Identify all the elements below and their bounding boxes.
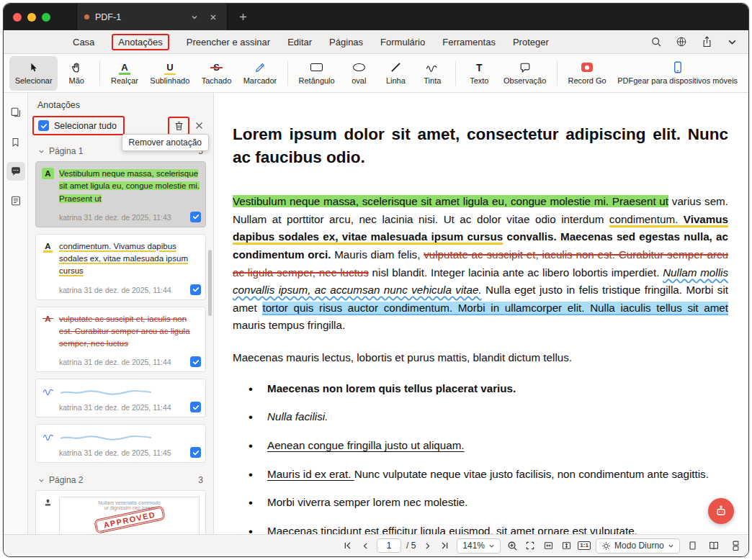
menu-item-anotacoes[interactable]: Anotações xyxy=(118,37,162,48)
tool-tinta[interactable]: Tinta xyxy=(414,56,450,91)
list-item: Morbi viverra semper lorem nec molestie. xyxy=(244,494,728,512)
stamp-thumbnail: Nullam venenatis commodo ur dignissim ne… xyxy=(59,497,200,534)
section-header-page2[interactable]: Página 2 3 xyxy=(28,469,213,490)
card-body: Vestibulum neque massa, scelerisque sit … xyxy=(59,168,200,222)
collapse-toolbar-icon[interactable] xyxy=(725,35,738,48)
text-run: Morbi viverra semper lorem nec molestie. xyxy=(267,496,468,508)
underline-icon xyxy=(166,61,174,73)
bookmark-icon[interactable] xyxy=(6,132,25,151)
tool-record-go[interactable]: Record Go xyxy=(563,56,612,91)
thumbnails-icon[interactable] xyxy=(6,103,25,122)
tab-close-icon[interactable] xyxy=(207,11,220,24)
tool-label: Marcador xyxy=(243,76,277,85)
single-page-icon[interactable] xyxy=(686,539,699,552)
strikethrough-icon xyxy=(212,61,220,73)
pdfgear-assistant-button[interactable] xyxy=(708,498,734,524)
text-run: Mauris diam felis, xyxy=(331,248,424,261)
new-tab-button[interactable] xyxy=(236,11,249,24)
tool-linha[interactable]: Linha xyxy=(377,56,413,91)
annotation-checkbox[interactable] xyxy=(190,212,201,222)
first-page-icon[interactable] xyxy=(341,539,354,552)
statusbar-controls: / 5 141% xyxy=(341,535,680,556)
fit-height-icon[interactable] xyxy=(560,539,573,552)
tool-sublinhado[interactable]: Sublinhado xyxy=(145,56,195,91)
continuous-scroll-icon[interactable] xyxy=(729,539,742,552)
document-area: Lorem ipsum dolor sit amet, consectetur … xyxy=(214,93,748,534)
annotations-list-icon[interactable] xyxy=(6,191,25,210)
tool-selecionar[interactable]: Selecionar xyxy=(9,56,58,91)
last-page-icon[interactable] xyxy=(439,539,452,552)
fit-page-icon[interactable] xyxy=(524,539,537,552)
annotation-card-ink[interactable]: katrina 31 de dez. de 2025, 11:44 xyxy=(35,379,206,417)
annotation-checkbox[interactable] xyxy=(190,356,201,367)
fit-width-icon[interactable] xyxy=(542,539,555,552)
annotation-checkbox[interactable] xyxy=(190,402,201,412)
select-all-checkbox[interactable] xyxy=(38,120,49,131)
green-highlight-run: Vestibulum neque massa, scelerisque sit … xyxy=(233,195,668,207)
underline-run: Mauris id ex erat. xyxy=(267,468,354,480)
menu-item-ferramentas[interactable]: Ferramentas xyxy=(442,37,496,48)
tool-pdfgear-mobile[interactable]: PDFgear para dispositivos móveis xyxy=(612,56,743,91)
tool-marcador[interactable]: Marcador xyxy=(238,56,282,91)
annotation-highlight-box-menu: Anotações xyxy=(112,34,169,50)
tool-label: Record Go xyxy=(568,76,606,85)
tool-texto[interactable]: Texto xyxy=(461,56,497,91)
actual-size-icon[interactable] xyxy=(578,539,591,552)
annotation-text-run: vulputate ac suscipit et, iaculis non es… xyxy=(59,315,190,348)
comments-icon[interactable] xyxy=(6,162,25,181)
tool-retangulo[interactable]: Retângulo xyxy=(293,56,340,91)
tool-label: oval xyxy=(352,76,366,85)
section-label: Página 2 xyxy=(49,475,83,485)
annotation-card-stamp[interactable]: Nullam venenatis commodo ur dignissim ne… xyxy=(35,490,206,534)
menu-item-editar[interactable]: Editar xyxy=(287,37,312,48)
tool-label: Linha xyxy=(386,76,406,85)
annotation-meta: katrina 31 de dez. de 2025, 11:44 xyxy=(59,286,200,294)
fullscreen-window-button[interactable] xyxy=(42,13,50,22)
menu-item-casa[interactable]: Casa xyxy=(73,37,94,48)
display-mode-select[interactable]: Modo Diurno xyxy=(596,538,680,554)
share-icon[interactable] xyxy=(700,35,713,48)
toolbar-separator xyxy=(99,61,100,86)
tool-tachado[interactable]: Tachado xyxy=(196,56,237,91)
page-number-input[interactable] xyxy=(377,538,401,553)
toolbar-separator xyxy=(455,61,456,86)
tool-mao[interactable]: Mão xyxy=(58,56,94,91)
minimize-window-button[interactable] xyxy=(27,13,36,22)
annotation-checkbox[interactable] xyxy=(190,284,201,295)
next-page-icon[interactable] xyxy=(421,539,434,552)
book-view-icon[interactable] xyxy=(707,539,720,552)
tab-dropdown-icon[interactable] xyxy=(188,11,201,24)
delete-annotation-button[interactable] xyxy=(172,119,185,132)
panel-scrollbar[interactable] xyxy=(208,250,212,316)
annotation-meta: katrina 31 de dez. de 2025, 11:45 xyxy=(59,448,200,457)
menu-item-paginas[interactable]: Páginas xyxy=(329,37,363,48)
annotation-card-ink[interactable]: katrina 31 de dez. de 2025, 11:45 xyxy=(35,424,206,463)
prev-page-icon[interactable] xyxy=(359,539,372,552)
card-body: Nullam venenatis commodo ur dignissim ne… xyxy=(59,497,200,534)
tool-label: Realçar xyxy=(111,76,138,85)
highlight-icon xyxy=(120,61,128,73)
zoom-select[interactable]: 141% xyxy=(457,538,501,554)
annotation-card-underline[interactable]: condimentum. Vivamus dapibus sodales ex,… xyxy=(35,234,206,300)
language-icon[interactable] xyxy=(675,35,688,48)
document-tab[interactable]: PDF-1 xyxy=(76,4,228,30)
hand-icon xyxy=(71,61,82,73)
menu-item-proteger[interactable]: Proteger xyxy=(513,37,549,48)
annotation-card-strikethrough[interactable]: vulputate ac suscipit et, iaculis non es… xyxy=(35,307,206,373)
chevron-down-icon xyxy=(668,543,674,549)
ink-stroke-preview xyxy=(59,435,153,441)
annotation-card-highlight[interactable]: Vestibulum neque massa, scelerisque sit … xyxy=(35,161,206,227)
tool-observacao[interactable]: Observação xyxy=(498,56,552,91)
menu-item-preencher[interactable]: Preencher e assinar xyxy=(187,37,270,48)
menu-item-formulario[interactable]: Formulário xyxy=(380,37,425,48)
search-icon[interactable] xyxy=(650,35,663,48)
tool-realcar[interactable]: Realçar xyxy=(105,56,143,91)
paragraph-2: Maecenas mauris lectus, lobortis et puru… xyxy=(233,349,728,367)
zoom-in-icon[interactable] xyxy=(506,539,519,552)
blue-highlight-run: tortor quis risus auctor condimentum. Mo… xyxy=(262,302,728,314)
panel-close-icon[interactable] xyxy=(195,122,203,130)
yellow-underline-run: condimentum. xyxy=(609,213,678,225)
tool-oval[interactable]: oval xyxy=(341,56,377,91)
annotation-checkbox[interactable] xyxy=(190,447,201,458)
close-window-button[interactable] xyxy=(13,13,22,22)
